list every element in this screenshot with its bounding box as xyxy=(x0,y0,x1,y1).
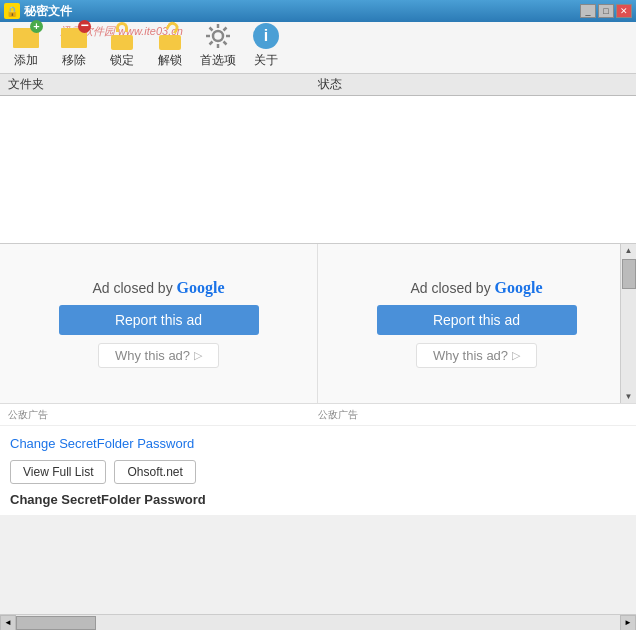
ad-panel-1: Ad closed by Google Report this ad Why t… xyxy=(0,244,318,403)
close-button[interactable]: ✕ xyxy=(616,4,632,18)
footer-title: Change SecretFolder Password xyxy=(10,492,626,507)
ad-closed-text-1: Ad closed by Google xyxy=(92,279,224,297)
view-full-list-button[interactable]: View Full List xyxy=(10,460,106,484)
ad-label-2: 公敌广告 xyxy=(310,404,620,425)
remove-label: 移除 xyxy=(62,52,86,69)
ohsoft-button[interactable]: Ohsoft.net xyxy=(114,460,195,484)
lock-label: 锁定 xyxy=(110,52,134,69)
why-this-ad-1[interactable]: Why this ad? ▷ xyxy=(98,343,219,368)
scroll-left-arrow[interactable]: ◄ xyxy=(0,615,16,631)
vertical-scrollbar[interactable]: ▲ ▼ xyxy=(620,244,636,403)
window-controls[interactable]: _ □ ✕ xyxy=(580,4,632,18)
settings-icon xyxy=(204,22,232,50)
horizontal-scrollbar[interactable]: ◄ ► xyxy=(0,614,636,630)
why-arrow-1: ▷ xyxy=(194,349,202,362)
toolbar: 迅雷软件园 www.ite03.cn + 添加 − 移除 锁定 xyxy=(0,22,636,74)
ad-closed-text-2: Ad closed by Google xyxy=(410,279,542,297)
title-bar: 🔒 秘密文件 _ □ ✕ xyxy=(0,0,636,22)
svg-line-6 xyxy=(224,42,227,45)
about-label: 关于 xyxy=(254,52,278,69)
ad-label-1: 公敌广告 xyxy=(0,404,310,425)
ad-labels: 公敌广告 公敌广告 xyxy=(0,404,636,426)
minimize-button[interactable]: _ xyxy=(580,4,596,18)
svg-line-5 xyxy=(210,28,213,31)
file-list xyxy=(0,96,636,244)
scroll-track xyxy=(16,615,620,630)
report-ad-button-1[interactable]: Report this ad xyxy=(59,305,259,335)
svg-line-7 xyxy=(224,28,227,31)
window-title: 秘密文件 xyxy=(24,3,72,20)
links-section: Change SecretFolder Password View Full L… xyxy=(0,426,636,515)
ad-panel-2: Ad closed by Google Report this ad Why t… xyxy=(318,244,636,403)
scroll-down-arrow[interactable]: ▼ xyxy=(623,390,635,403)
unlock-button[interactable]: 解锁 xyxy=(152,22,188,69)
add-label: 添加 xyxy=(14,52,38,69)
report-ad-button-2[interactable]: Report this ad xyxy=(377,305,577,335)
folder-column-header: 文件夹 xyxy=(0,76,310,93)
lock-button[interactable]: 锁定 xyxy=(104,22,140,69)
settings-label: 首选项 xyxy=(200,52,236,69)
about-icon: i xyxy=(252,22,280,50)
column-headers: 文件夹 状态 xyxy=(0,74,636,96)
why-this-ad-2[interactable]: Why this ad? ▷ xyxy=(416,343,537,368)
unlock-icon xyxy=(156,22,184,50)
add-icon: + xyxy=(12,22,40,50)
app-icon: 🔒 xyxy=(4,3,20,19)
remove-icon: − xyxy=(60,22,88,50)
scroll-right-arrow[interactable]: ► xyxy=(620,615,636,631)
lock-icon xyxy=(108,22,136,50)
settings-button[interactable]: 首选项 xyxy=(200,22,236,69)
scroll-thumb-h[interactable] xyxy=(16,616,96,630)
unlock-label: 解锁 xyxy=(158,52,182,69)
status-column-header: 状态 xyxy=(310,76,350,93)
change-password-link[interactable]: Change SecretFolder Password xyxy=(10,436,194,451)
ad-area: Ad closed by Google Report this ad Why t… xyxy=(0,244,636,404)
add-button[interactable]: + 添加 xyxy=(8,22,44,69)
title-bar-left: 🔒 秘密文件 xyxy=(4,3,72,20)
maximize-button[interactable]: □ xyxy=(598,4,614,18)
button-row: View Full List Ohsoft.net xyxy=(10,460,626,484)
about-button[interactable]: i 关于 xyxy=(248,22,284,69)
remove-button[interactable]: − 移除 xyxy=(56,22,92,69)
why-arrow-2: ▷ xyxy=(512,349,520,362)
scroll-thumb[interactable] xyxy=(622,259,636,289)
scroll-up-arrow[interactable]: ▲ xyxy=(623,244,635,257)
svg-line-8 xyxy=(210,42,213,45)
svg-point-0 xyxy=(213,31,223,41)
